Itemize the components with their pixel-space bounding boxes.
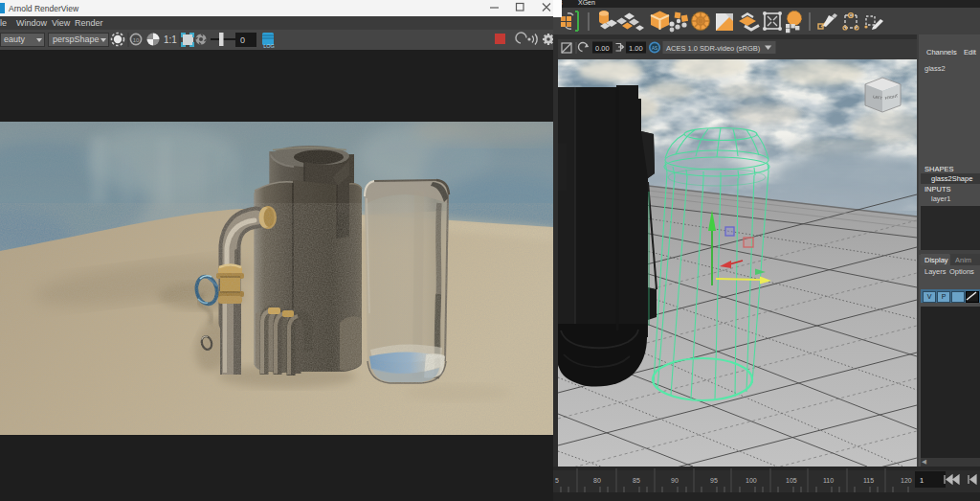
svg-text:120: 120 bbox=[901, 477, 912, 484]
svg-text:1:1: 1:1 bbox=[164, 34, 177, 45]
svg-text:ACES 1.0 SDR-video (sRGB): ACES 1.0 SDR-video (sRGB) bbox=[666, 44, 761, 53]
svg-text:110: 110 bbox=[823, 477, 834, 484]
svg-text:90: 90 bbox=[671, 477, 679, 484]
svg-text:100: 100 bbox=[746, 477, 757, 484]
svg-text:5: 5 bbox=[555, 477, 559, 484]
svg-text:115: 115 bbox=[863, 477, 874, 484]
svg-text:0.00: 0.00 bbox=[595, 44, 610, 53]
svg-text:1.00: 1.00 bbox=[629, 44, 643, 53]
svg-text:85: 85 bbox=[633, 477, 640, 484]
svg-text:95: 95 bbox=[710, 477, 718, 484]
svg-text:105: 105 bbox=[786, 477, 797, 484]
svg-text:80: 80 bbox=[593, 477, 601, 484]
svg-text:AS: AS bbox=[652, 46, 657, 51]
svg-text:10: 10 bbox=[133, 37, 140, 43]
svg-text:LOG: LOG bbox=[263, 43, 275, 49]
svg-text:0: 0 bbox=[240, 35, 245, 45]
svg-text:1: 1 bbox=[920, 476, 924, 485]
